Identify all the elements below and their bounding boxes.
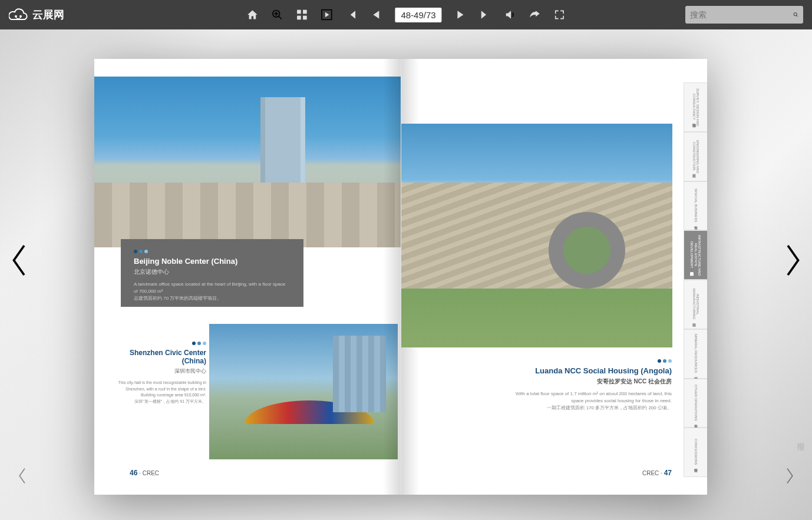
first-page-icon[interactable] (345, 9, 357, 21)
section-tabs: SURVEY, DESIGN AND CONSULTANCY 勘察设计咨询业务E… (684, 82, 707, 477)
sound-icon[interactable] (504, 9, 516, 21)
caption-desc: With a total floor space of 1.7 million … (507, 390, 672, 405)
caption-desc-cn: 总建筑面积约 70 万平米的高端楼宇项目。 (134, 295, 291, 302)
caption-beijing: Beijing Noble Center (China) 北京诺德中心 A la… (121, 239, 303, 307)
decor-dots-icon (507, 359, 672, 363)
section-tab[interactable]: SPECIAL BUSINESS 特色业务 (684, 181, 707, 231)
cloud-icon (9, 8, 28, 21)
section-tab[interactable]: CONCESSIONS 特许经营业务 (684, 428, 707, 477)
home-icon[interactable] (246, 9, 258, 21)
prev-page-icon[interactable] (370, 9, 382, 21)
caption-subtitle: 深圳市民中心 (112, 367, 206, 375)
page-next-arrow[interactable] (784, 243, 803, 278)
caption-desc: This city-hall is the most recognizable … (112, 380, 206, 399)
photo-beijing-noble-center (94, 77, 401, 247)
decor-dots-icon (112, 342, 206, 345)
section-tab[interactable]: OTHER OPERATIONS 其他业务 (684, 379, 707, 428)
svg-rect-3 (297, 10, 301, 14)
page-number-left: 46 · CREC (130, 469, 159, 477)
section-tab[interactable]: INDUSTRIAL MANUFACTURING 工业制造 (684, 280, 707, 329)
caption-subtitle: 北京诺德中心 (134, 268, 291, 276)
thumbnails-icon[interactable] (296, 9, 308, 21)
search-box[interactable] (685, 6, 803, 24)
search-icon[interactable] (793, 9, 798, 20)
decor-dots-icon (134, 250, 291, 253)
section-tab[interactable]: ENGINEERING AND CONSTRUCTION 工程建筑 (684, 132, 707, 181)
section-tab[interactable]: SURVEY, DESIGN AND CONSULTANCY 勘察设计咨询业务 (684, 82, 707, 132)
caption-desc: A landmark office space located at the h… (134, 281, 291, 295)
brand-name: 云展网 (32, 8, 64, 22)
share-icon[interactable] (529, 9, 541, 21)
toolbar: 云展网 48-49/73 (0, 0, 812, 29)
caption-title: Shenzhen Civic Center (China) (112, 349, 206, 365)
autoplay-icon[interactable] (321, 9, 332, 21)
page-prev-arrow[interactable] (9, 243, 28, 278)
caption-desc-cn: 深圳"第一楼标"，占地约 91 万平方米。 (112, 399, 206, 405)
svg-rect-4 (303, 10, 307, 14)
caption-shenzhen: Shenzhen Civic Center (China) 深圳市民中心 Thi… (112, 342, 206, 405)
next-page-icon[interactable] (455, 9, 467, 21)
caption-subtitle: 安哥拉罗安达 NCC 社会住房 (507, 377, 672, 386)
page-right[interactable]: Luanda NCC Social Housing (Angola) 安哥拉罗安… (401, 59, 708, 495)
page-left[interactable]: Beijing Noble Center (China) 北京诺德中心 A la… (94, 59, 401, 495)
caption-title: Beijing Noble Center (China) (134, 257, 291, 266)
fullscreen-icon[interactable] (554, 9, 566, 21)
toolbar-controls: 48-49/73 (246, 8, 565, 22)
caption-luanda: Luanda NCC Social Housing (Angola) 安哥拉罗安… (507, 359, 672, 412)
page-indicator[interactable]: 48-49/73 (395, 8, 441, 22)
page-prev-arrow-small[interactable] (16, 467, 27, 485)
page-next-arrow-small[interactable] (785, 467, 796, 485)
brand-logo[interactable]: 云展网 (9, 8, 64, 22)
svg-rect-5 (297, 16, 301, 20)
last-page-icon[interactable] (480, 9, 491, 21)
zoom-in-icon[interactable] (271, 9, 283, 21)
search-input[interactable] (690, 10, 793, 19)
report-link[interactable]: 举报 (796, 435, 806, 438)
section-tab[interactable]: MINERAL RESOURCES 矿产资源 (684, 329, 707, 379)
page-number-right: CREC · 47 (642, 469, 672, 477)
section-tab[interactable]: INFRASTRUCTURE AND REAL ESTATE DEVELOPME… (684, 230, 707, 280)
caption-desc-cn: 一期工程建筑面积 170 多万平方米，占地面积约 200 公顷。 (507, 405, 672, 412)
photo-luanda-ncc (401, 124, 672, 347)
flipbook: Beijing Noble Center (China) 北京诺德中心 A la… (94, 59, 707, 495)
photo-shenzhen-civic-center (209, 324, 398, 459)
caption-title: Luanda NCC Social Housing (Angola) (507, 366, 672, 375)
svg-rect-6 (303, 16, 307, 20)
svg-point-8 (794, 13, 797, 16)
